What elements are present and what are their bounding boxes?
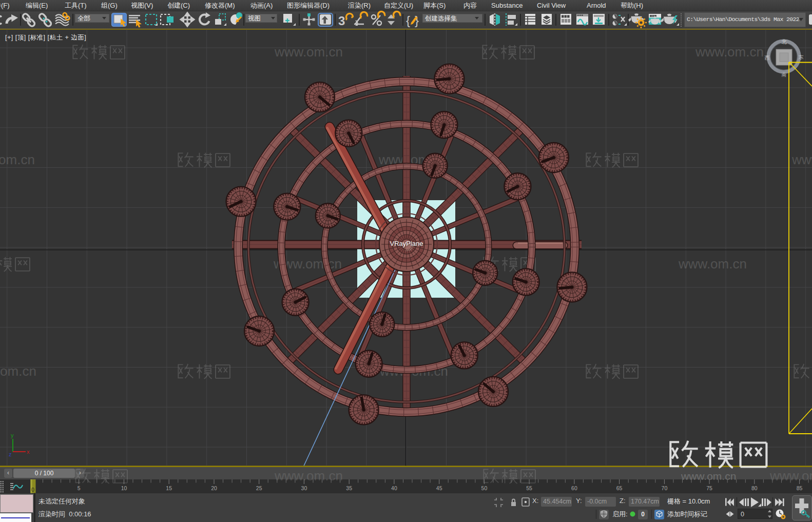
svg-text:www.om.cn: www.om.cn	[0, 363, 36, 379]
svg-text:西: 西	[765, 55, 770, 61]
svg-text:www.om.cn: www.om.cn	[0, 152, 35, 167]
svg-text:www.om.cn: www.om.cn	[791, 152, 812, 167]
svg-text:www.om.cn: www.om.cn	[378, 152, 447, 167]
svg-text:www.om.cn: www.om.cn	[274, 44, 343, 60]
svg-text:南: 南	[782, 72, 787, 78]
svg-text:y: y	[11, 432, 14, 438]
svg-text:www.om.cn: www.om.cn	[273, 256, 342, 272]
svg-text:www.om.cn: www.om.cn	[695, 44, 764, 60]
svg-text:VRayPlane: VRayPlane	[390, 240, 423, 248]
svg-text:www.om.cn: www.om.cn	[379, 363, 448, 379]
svg-text:VRayPlane: VRayPlane	[390, 240, 423, 247]
svg-text:北: 北	[782, 39, 787, 45]
svg-text:www.om.cn: www.om.cn	[678, 256, 747, 272]
svg-text:[+] [顶] [标准] [粘土 + 边面]: [+] [顶] [标准] [粘土 + 边面]	[5, 34, 86, 41]
svg-text:z: z	[9, 451, 12, 457]
svg-text:x: x	[27, 449, 30, 455]
svg-text:东: 东	[799, 54, 804, 60]
